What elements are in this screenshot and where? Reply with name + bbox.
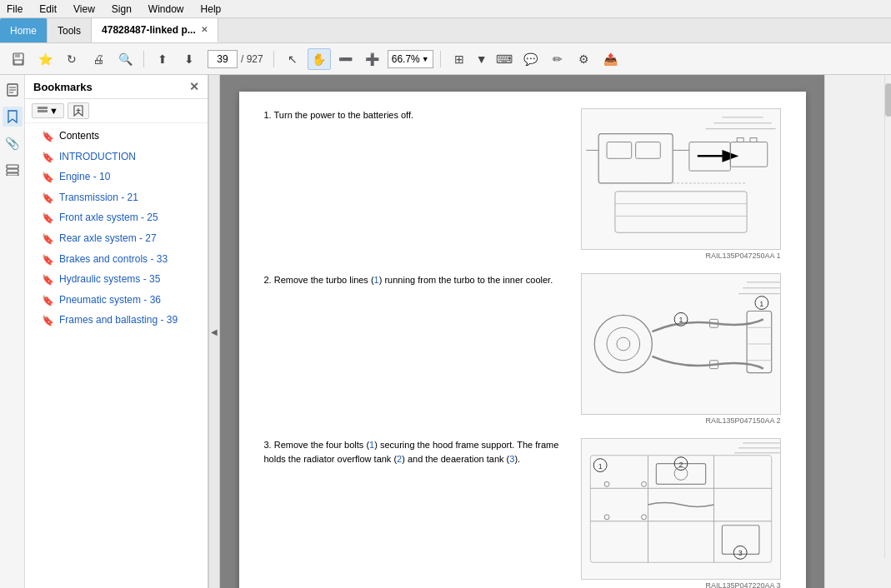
sidebar-icon-bookmarks[interactable] (3, 107, 23, 127)
search-button[interactable]: 🔍 (113, 48, 137, 70)
collapse-arrow-icon: ◀ (211, 327, 218, 336)
step2-image-col: 1 (581, 273, 781, 425)
step2-image: 1 (581, 273, 781, 415)
bookmark-icon-rear-axle: 🔖 (42, 233, 54, 247)
step2-caption: RAIL135P047150AA 2 (581, 416, 781, 425)
annotate-button[interactable]: ✏ (546, 48, 569, 70)
step3-number: 3. (264, 440, 272, 450)
sep3 (440, 51, 441, 67)
step1-description: Turn the power to the batteries off. (274, 110, 414, 120)
bookmark-item-brakes[interactable]: 🔖 Brakes and controls - 33 (25, 250, 208, 271)
bookmark-icon-intro: 🔖 (42, 152, 54, 165)
nav-down-button[interactable]: ⬇ (178, 48, 201, 70)
step3-description-plain4: ). (514, 454, 520, 464)
svg-rect-10 (38, 107, 48, 109)
bookmark-icon-front-axle: 🔖 (42, 212, 54, 226)
svg-rect-14 (582, 109, 779, 249)
bookmark-item-rear-axle[interactable]: 🔖 Rear axle system - 27 (25, 229, 208, 250)
bookmark-label-intro: INTRODUCTION (59, 151, 136, 164)
svg-text:1: 1 (678, 316, 683, 324)
zoom-in-button[interactable]: ➕ (361, 48, 384, 70)
hand-tool-button[interactable]: ✋ (308, 48, 331, 70)
svg-rect-7 (7, 165, 18, 168)
print-button[interactable]: 🖨 (87, 48, 110, 70)
bookmark-icon-brakes: 🔖 (42, 254, 54, 267)
tab-doc[interactable]: 47828487-linked p... ✕ (92, 18, 218, 42)
bookmark-item-frames[interactable]: 🔖 Frames and ballasting - 39 (25, 311, 208, 331)
svg-rect-11 (38, 110, 48, 112)
bookmark-item-contents[interactable]: 🔖 Contents (25, 127, 208, 147)
bookmark-item-hydraulic[interactable]: 🔖 Hydraulic systems - 35 (25, 270, 208, 291)
step1-text: 1. Turn the power to the batteries off. (264, 108, 568, 122)
fit-page-button[interactable]: ⊞ (448, 48, 471, 70)
bookmark-icon-contents: 🔖 (42, 131, 54, 144)
bookmarks-view-arrow: ▼ (49, 106, 58, 116)
tabbar: Home Tools 47828487-linked p... ✕ (0, 18, 891, 43)
menu-window[interactable]: Window (145, 3, 188, 15)
svg-rect-8 (7, 169, 18, 172)
bookmark-item-intro[interactable]: 🔖 INTRODUCTION (25, 147, 208, 168)
bookmarks-view-dropdown[interactable]: ▼ (32, 103, 64, 118)
panel-collapse-handle[interactable]: ◀ (208, 75, 220, 588)
menu-help[interactable]: Help (198, 3, 225, 15)
step1-caption: RAIL135P047250AA 1 (581, 252, 781, 260)
bookmark-icon-frames: 🔖 (42, 315, 54, 328)
bookmarks-toolbar: ▼ (25, 99, 208, 123)
pdf-step-2: 2. Remove the turbo lines (1) running fr… (264, 273, 781, 425)
step3-description-plain1: Remove the four bolts ( (274, 440, 369, 450)
pdf-page: 1. Turn the power to the batteries off. (239, 92, 806, 588)
menu-edit[interactable]: Edit (36, 3, 60, 15)
bookmark-item-engine[interactable]: 🔖 Engine - 10 (25, 167, 208, 188)
step2-description-plain2: ) running from the turbo to the inner co… (379, 275, 553, 285)
bookmark-item-pneumatic[interactable]: 🔖 Pneumatic system - 36 (25, 291, 208, 311)
bookmarks-panel: Bookmarks ✕ ▼ 🔖 Contents 🔖 INTRODUCTION (25, 75, 208, 588)
pdf-step-3: 3. Remove the four bolts (1) securing th… (264, 438, 781, 588)
bookmark-label-contents: Contents (59, 130, 99, 143)
scroll-mode-button[interactable]: ⌨ (493, 48, 516, 70)
step2-text: 2. Remove the turbo lines (1) running fr… (264, 273, 568, 287)
comment-button[interactable]: 💬 (519, 48, 543, 70)
sidebar-icon-pages[interactable] (3, 80, 23, 100)
svg-text:2: 2 (678, 461, 683, 469)
menu-file[interactable]: File (3, 3, 26, 15)
tab-close-icon[interactable]: ✕ (201, 25, 208, 34)
zoom-out-button[interactable]: ➖ (334, 48, 358, 70)
page-total: / 927 (241, 53, 263, 65)
fit-page-dropdown[interactable]: ▼ (474, 48, 489, 70)
tab-doc-label: 47828487-linked p... (102, 24, 196, 36)
tab-tools[interactable]: Tools (48, 18, 92, 42)
bookmark-label-rear-axle: Rear axle system - 27 (59, 232, 157, 246)
step3-text: 3. Remove the four bolts (1) securing th… (264, 438, 568, 466)
bookmark-label-brakes: Brakes and controls - 33 (59, 253, 168, 267)
share-button[interactable]: 📤 (599, 48, 623, 70)
page-number-input[interactable] (208, 50, 238, 68)
tab-home[interactable]: Home (0, 18, 48, 42)
tab-home-label: Home (10, 25, 37, 37)
bookmark-icon-pneumatic: 🔖 (42, 295, 54, 308)
bookmark-label-frames: Frames and ballasting - 39 (59, 314, 178, 327)
sidebar-icon-layers[interactable] (3, 160, 23, 180)
main-area: 📎 Bookmarks ✕ ▼ 🔖 Contents (0, 75, 891, 588)
step3-caption: RAIL135P047220AA 3 (581, 581, 781, 588)
save-button[interactable] (7, 48, 30, 70)
measure-button[interactable]: ⚙ (573, 48, 596, 70)
sidebar-icon-paperclip[interactable]: 📎 (3, 133, 23, 153)
svg-rect-1 (15, 53, 20, 57)
bookmarks-close-icon[interactable]: ✕ (189, 80, 199, 93)
bookmarks-add-button[interactable] (68, 102, 89, 119)
right-sidebar (824, 75, 891, 588)
menu-sign[interactable]: Sign (108, 3, 135, 15)
bookmark-label-pneumatic: Pneumatic system - 36 (59, 294, 161, 307)
menu-view[interactable]: View (70, 3, 98, 15)
svg-text:3: 3 (738, 549, 742, 557)
svg-rect-2 (14, 60, 23, 64)
bookmark-item-front-axle[interactable]: 🔖 Front axle system - 25 (25, 208, 208, 229)
bookmark-item-transmission[interactable]: 🔖 Transmission - 21 (25, 188, 208, 209)
nav-up-button[interactable]: ⬆ (151, 48, 174, 70)
step1-image-col: RAIL135P047250AA 1 (581, 108, 781, 260)
bookmark-button[interactable]: ⭐ (33, 48, 57, 70)
refresh-button[interactable]: ↻ (60, 48, 83, 70)
pdf-content-area[interactable]: 1. Turn the power to the batteries off. (220, 75, 824, 588)
select-tool-button[interactable]: ↖ (281, 48, 304, 70)
zoom-dropdown[interactable]: 66.7% ▼ (388, 50, 433, 68)
